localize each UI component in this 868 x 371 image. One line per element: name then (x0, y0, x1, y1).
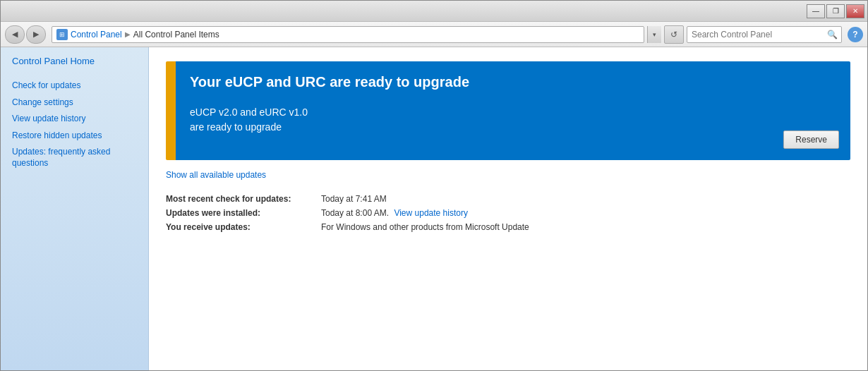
receive-value: For Windows and other products from Micr… (321, 222, 850, 232)
view-history-link[interactable]: View update history (394, 208, 468, 218)
breadcrumb-dropdown[interactable]: ▾ (647, 26, 661, 43)
window: — ❐ ✕ ◀ ▶ ⊞ Control Panel ▶ All Control … (0, 0, 868, 371)
banner-accent (166, 61, 176, 160)
help-button[interactable]: ? (848, 27, 863, 42)
breadcrumb-area: ⊞ Control Panel ▶ All Control Panel Item… (52, 26, 644, 43)
show-all-link[interactable]: Show all available updates (166, 170, 850, 180)
window-controls: — ❐ ✕ (807, 4, 864, 18)
banner-main: Your eUCP and URC are ready to upgrade e… (176, 61, 850, 160)
sidebar-item-change-settings[interactable]: Change settings (12, 97, 137, 109)
maximize-button[interactable]: ❐ (826, 4, 845, 18)
sidebar: Control Panel Home Check for updates Cha… (1, 47, 149, 370)
breadcrumb-root[interactable]: Control Panel (71, 30, 122, 39)
installed-label: Updates were installed: (166, 208, 321, 218)
receive-label: You receive updates: (166, 222, 321, 232)
search-button[interactable]: 🔍 (823, 27, 841, 42)
check-label: Most recent check for updates: (166, 194, 321, 204)
minimize-button[interactable]: — (807, 4, 825, 18)
search-area: 🔍 (687, 26, 842, 43)
installed-value-text: Today at 8:00 AM. (321, 208, 389, 218)
sidebar-item-restore-hidden[interactable]: Restore hidden updates (12, 130, 137, 142)
address-bar: ◀ ▶ ⊞ Control Panel ▶ All Control Panel … (1, 22, 867, 47)
title-bar: — ❐ ✕ (1, 1, 867, 22)
content-panel: Your eUCP and URC are ready to upgrade e… (149, 47, 867, 370)
banner-subtitle-line2: are ready to upgrade (190, 121, 282, 133)
refresh-button[interactable]: ↺ (664, 25, 684, 44)
main-area: Control Panel Home Check for updates Cha… (1, 47, 867, 370)
back-button[interactable]: ◀ (5, 25, 25, 44)
forward-button[interactable]: ▶ (26, 25, 46, 44)
search-input[interactable] (687, 30, 823, 39)
nav-buttons: ◀ ▶ (5, 25, 46, 44)
check-value: Today at 7:41 AM (321, 194, 850, 204)
breadcrumb-separator-1: ▶ (125, 30, 131, 38)
close-button[interactable]: ✕ (846, 4, 864, 18)
sidebar-item-check-updates[interactable]: Check for updates (12, 80, 137, 92)
sidebar-home-link[interactable]: Control Panel Home (12, 56, 137, 66)
installed-value: Today at 8:00 AM. View update history (321, 208, 850, 218)
banner-subtitle: eUCP v2.0 and eURC v1.0 are ready to upg… (190, 105, 836, 135)
status-info: Most recent check for updates: Today at … (166, 194, 850, 232)
breadcrumb-current: All Control Panel Items (133, 30, 219, 39)
update-banner: Your eUCP and URC are ready to upgrade e… (166, 61, 850, 160)
banner-title: Your eUCP and URC are ready to upgrade (190, 73, 836, 91)
banner-subtitle-line1: eUCP v2.0 and eURC v1.0 (190, 107, 308, 118)
control-panel-icon: ⊞ (56, 29, 68, 40)
reserve-button[interactable]: Reserve (783, 130, 839, 149)
sidebar-item-faq[interactable]: Updates: frequently asked questions (12, 147, 137, 169)
sidebar-item-view-history[interactable]: View update history (12, 114, 137, 125)
